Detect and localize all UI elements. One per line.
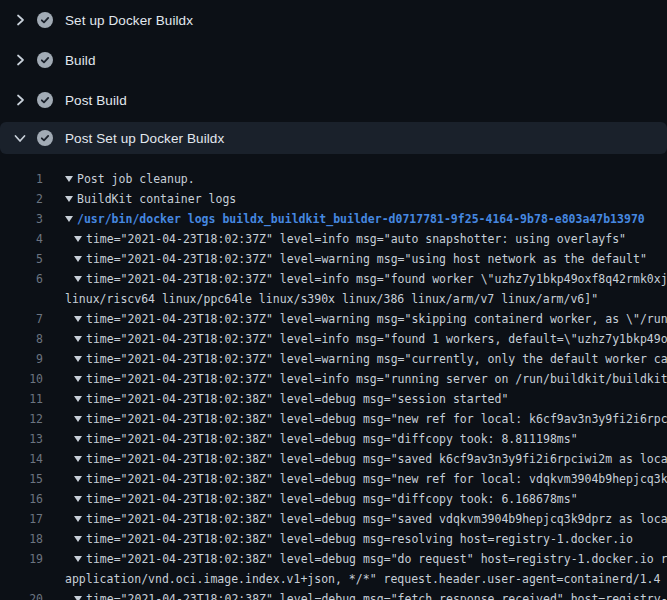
log-line-text: time="2021-04-23T18:02:38Z" level=debug … <box>65 489 578 509</box>
group-toggle-icon[interactable] <box>74 476 82 482</box>
log-text: time="2021-04-23T18:02:38Z" level=debug … <box>86 532 633 546</box>
log-line: 11 time="2021-04-23T18:02:38Z" level=deb… <box>0 389 667 409</box>
group-toggle-icon[interactable] <box>74 596 82 600</box>
log-line-number[interactable]: 13 <box>0 429 43 449</box>
step-label: Post Build <box>65 93 127 108</box>
log-line-number[interactable]: 7 <box>0 309 43 329</box>
chevron-right-icon <box>12 92 28 108</box>
step-label: Build <box>65 53 96 68</box>
log-text: /usr/bin/docker logs buildx_buildkit_bui… <box>77 212 645 226</box>
log-line-number[interactable]: 14 <box>0 449 43 469</box>
log-text: time="2021-04-23T18:02:38Z" level=debug … <box>86 412 667 426</box>
group-toggle-icon[interactable] <box>74 376 82 382</box>
group-toggle-icon[interactable] <box>74 256 82 262</box>
log-line: 2 BuildKit container logs <box>0 189 667 209</box>
group-toggle-icon[interactable] <box>74 316 82 322</box>
log-line-number[interactable]: 6 <box>0 269 43 289</box>
log-line: 18 time="2021-04-23T18:02:38Z" level=deb… <box>0 529 667 549</box>
log-line-number[interactable]: 9 <box>0 349 43 369</box>
log-line: 10 time="2021-04-23T18:02:37Z" level=inf… <box>0 369 667 389</box>
group-toggle-icon[interactable] <box>74 416 82 422</box>
log-line-number[interactable]: 12 <box>0 409 43 429</box>
log-line-number[interactable]: 1 <box>0 169 43 189</box>
group-toggle-icon[interactable] <box>74 516 82 522</box>
group-toggle-icon[interactable] <box>65 216 73 222</box>
group-toggle-icon[interactable] <box>74 356 82 362</box>
log-line-number[interactable]: 4 <box>0 229 43 249</box>
log-text: time="2021-04-23T18:02:38Z" level=debug … <box>86 592 667 600</box>
check-circle-icon <box>37 12 53 28</box>
log-line-number[interactable]: 2 <box>0 189 43 209</box>
log-line: 3 /usr/bin/docker logs buildx_buildkit_b… <box>0 209 667 229</box>
log-line-text: time="2021-04-23T18:02:37Z" level=info m… <box>65 329 667 349</box>
log-line-number[interactable]: 3 <box>0 209 43 229</box>
step-row-build[interactable]: Build <box>0 40 667 80</box>
log-text: time="2021-04-23T18:02:37Z" level=info m… <box>86 232 626 246</box>
log-line-number[interactable]: 18 <box>0 529 43 549</box>
log-text: BuildKit container logs <box>77 192 236 206</box>
log-text: time="2021-04-23T18:02:38Z" level=debug … <box>86 432 578 446</box>
log-line-text: Post job cleanup. <box>65 169 195 189</box>
group-toggle-icon[interactable] <box>74 396 82 402</box>
log-text: Post job cleanup. <box>77 172 195 186</box>
actions-log-viewer: Set up Docker Buildx Build <box>0 0 667 600</box>
step-row-post-build[interactable]: Post Build <box>0 80 667 120</box>
log-line: 8 time="2021-04-23T18:02:37Z" level=info… <box>0 329 667 349</box>
steps-list: Set up Docker Buildx Build <box>0 0 667 154</box>
log-line-text: time="2021-04-23T18:02:37Z" level=warnin… <box>65 309 667 329</box>
log-line-text: time="2021-04-23T18:02:38Z" level=debug … <box>65 449 667 469</box>
log-text: time="2021-04-23T18:02:37Z" level=warnin… <box>86 252 647 266</box>
log-line-number[interactable]: 10 <box>0 369 43 389</box>
log-line-text[interactable]: BuildKit container logs <box>65 189 236 209</box>
step-row-set-up-docker-buildx[interactable]: Set up Docker Buildx <box>0 0 667 40</box>
log-line-text: time="2021-04-23T18:02:37Z" level=info m… <box>65 269 667 309</box>
log-text: time="2021-04-23T18:02:37Z" level=warnin… <box>86 352 667 366</box>
group-toggle-icon[interactable] <box>74 276 82 282</box>
log-line-text: time="2021-04-23T18:02:38Z" level=debug … <box>65 389 508 409</box>
log-line: 15 time="2021-04-23T18:02:38Z" level=deb… <box>0 469 667 489</box>
step-label: Set up Docker Buildx <box>65 13 193 28</box>
group-toggle-icon[interactable] <box>74 236 82 242</box>
log-text: time="2021-04-23T18:02:37Z" level=warnin… <box>86 312 667 326</box>
log-text: time="2021-04-23T18:02:38Z" level=debug … <box>65 552 667 586</box>
group-toggle-icon[interactable] <box>74 436 82 442</box>
group-toggle-icon[interactable] <box>74 536 82 542</box>
log-text: time="2021-04-23T18:02:37Z" level=info m… <box>86 332 667 346</box>
log-text: time="2021-04-23T18:02:37Z" level=info m… <box>65 272 667 306</box>
log-line-text: time="2021-04-23T18:02:37Z" level=warnin… <box>65 249 647 269</box>
group-toggle-icon[interactable] <box>65 196 73 202</box>
group-toggle-icon[interactable] <box>74 556 82 562</box>
group-toggle-icon[interactable] <box>65 176 73 182</box>
log-line-text: time="2021-04-23T18:02:38Z" level=debug … <box>65 549 667 589</box>
log-line-number[interactable]: 8 <box>0 329 43 349</box>
log-line-number[interactable]: 11 <box>0 389 43 409</box>
log-line-number[interactable]: 5 <box>0 249 43 269</box>
log-line-text: time="2021-04-23T18:02:38Z" level=debug … <box>65 509 667 529</box>
chevron-right-icon <box>12 52 28 68</box>
check-circle-icon <box>37 52 53 68</box>
log-line-number[interactable]: 20 <box>0 589 43 600</box>
log-text: time="2021-04-23T18:02:38Z" level=debug … <box>86 392 508 406</box>
log-line-text: time="2021-04-23T18:02:38Z" level=debug … <box>65 409 667 429</box>
log-line: 7 time="2021-04-23T18:02:37Z" level=warn… <box>0 309 667 329</box>
group-toggle-icon[interactable] <box>74 336 82 342</box>
log-line-number[interactable]: 19 <box>0 549 43 569</box>
log-line-text: time="2021-04-23T18:02:37Z" level=warnin… <box>65 349 667 369</box>
log-line: 17 time="2021-04-23T18:02:38Z" level=deb… <box>0 509 667 529</box>
log-line: 14 time="2021-04-23T18:02:38Z" level=deb… <box>0 449 667 469</box>
log-line: 12 time="2021-04-23T18:02:38Z" level=deb… <box>0 409 667 429</box>
step-label: Post Set up Docker Buildx <box>65 131 224 146</box>
log-line: 13 time="2021-04-23T18:02:38Z" level=deb… <box>0 429 667 449</box>
log-line-number[interactable]: 17 <box>0 509 43 529</box>
log-line: 20 time="2021-04-23T18:02:38Z" level=deb… <box>0 589 667 600</box>
log-line-text: time="2021-04-23T18:02:38Z" level=debug … <box>65 469 667 489</box>
log-line-text: time="2021-04-23T18:02:38Z" level=debug … <box>65 589 667 600</box>
chevron-right-icon <box>12 12 28 28</box>
log-line-number[interactable]: 16 <box>0 489 43 509</box>
group-toggle-icon[interactable] <box>74 456 82 462</box>
group-toggle-icon[interactable] <box>74 496 82 502</box>
log-line-text: time="2021-04-23T18:02:37Z" level=info m… <box>65 369 667 389</box>
log-line-number[interactable]: 15 <box>0 469 43 489</box>
step-row-post-set-up-docker-buildx[interactable]: Post Set up Docker Buildx <box>0 122 667 154</box>
log-line-text: time="2021-04-23T18:02:38Z" level=debug … <box>65 429 578 449</box>
